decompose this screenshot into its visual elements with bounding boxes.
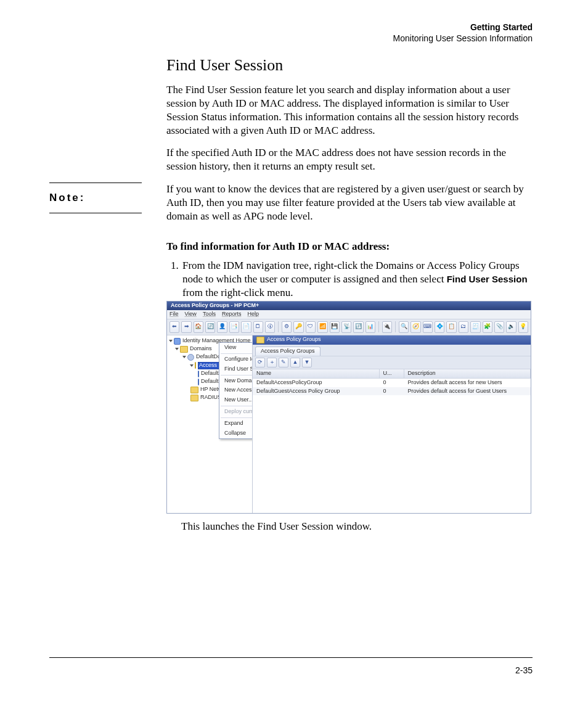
intro-paragraph-2: If the specified Auth ID or the MAC addr… bbox=[166, 146, 533, 173]
folder-icon bbox=[190, 395, 198, 401]
footer-rule bbox=[49, 657, 533, 658]
nav-tree: Identity Management Home Domains Default… bbox=[167, 335, 253, 513]
tool-clipboard-icon[interactable]: 📋 bbox=[446, 321, 456, 333]
note-block: Note: If you want to know the devices th… bbox=[49, 183, 533, 229]
tool-folder-icon[interactable]: 🗂 bbox=[459, 321, 468, 333]
grid-body: DefaultAccessPolicyGroup 0 Provides defa… bbox=[253, 379, 531, 513]
expand-icon[interactable] bbox=[190, 364, 194, 367]
ctx-sep bbox=[221, 417, 253, 418]
tool-keyboard-icon[interactable]: ⌨ bbox=[423, 321, 433, 333]
table-row[interactable]: DefaultAccessPolicyGroup 0 Provides defa… bbox=[253, 379, 531, 387]
expand-icon[interactable] bbox=[175, 348, 179, 350]
col-name[interactable]: Name bbox=[253, 369, 380, 378]
step-result: This launches the Find User Session wind… bbox=[181, 520, 533, 533]
context-menu: View Configure Identity Management... Fi… bbox=[219, 342, 253, 439]
group-icon bbox=[198, 379, 199, 385]
tool-refresh-icon[interactable]: 🔄 bbox=[205, 321, 215, 333]
col-desc[interactable]: Description bbox=[404, 369, 531, 378]
procedure-list: From the IDM navigation tree, right-clic… bbox=[166, 259, 533, 300]
menu-tools[interactable]: Tools bbox=[203, 311, 216, 318]
tool-antenna-icon[interactable]: 📡 bbox=[341, 321, 351, 333]
breadcrumb: Access Policy Groups bbox=[253, 335, 531, 345]
tool-clip-icon[interactable]: 📎 bbox=[494, 321, 504, 333]
expand-icon[interactable] bbox=[169, 340, 173, 342]
menubar: File View Tools Reports Help bbox=[167, 310, 531, 319]
window-titlebar: Access Policy Groups - HP PCM+ bbox=[167, 302, 531, 310]
folder-icon bbox=[195, 362, 196, 369]
tool-signal-icon[interactable]: 📶 bbox=[317, 321, 327, 333]
tool-diamond-icon[interactable]: 💠 bbox=[435, 321, 444, 333]
tool-plug-icon[interactable]: 🔌 bbox=[382, 321, 392, 333]
toolbar-separator bbox=[278, 321, 279, 332]
mini-down-icon[interactable]: ▼ bbox=[302, 358, 312, 367]
toolbar-separator-3 bbox=[395, 321, 396, 332]
mini-edit-icon[interactable]: ✎ bbox=[279, 358, 288, 367]
ctx-sep bbox=[221, 375, 253, 376]
grid-header: Name U... Description bbox=[253, 369, 531, 379]
tool-forward-icon[interactable]: ➡ bbox=[181, 321, 191, 333]
tool-sound-icon[interactable]: 🔈 bbox=[506, 321, 516, 333]
tab-apg[interactable]: Access Policy Groups bbox=[255, 347, 321, 356]
tool-user-icon[interactable]: 👤 bbox=[217, 321, 227, 333]
ctx-new-user[interactable]: New User... bbox=[219, 395, 253, 405]
ctx-collapse[interactable]: Collapse bbox=[219, 429, 253, 438]
tool-bulb-icon[interactable]: 💡 bbox=[518, 321, 528, 333]
ctx-view[interactable]: View bbox=[219, 343, 253, 353]
running-header: Getting Started Monitoring User Session … bbox=[49, 22, 533, 44]
header-chapter: Getting Started bbox=[49, 22, 533, 33]
tool-compass-icon[interactable]: 🧭 bbox=[410, 321, 420, 333]
tool-page-icon[interactable]: 📄 bbox=[241, 321, 251, 333]
mini-add-icon[interactable]: ＋ bbox=[267, 358, 277, 367]
tab-row: Access Policy Groups bbox=[253, 345, 531, 356]
ctx-sep bbox=[221, 406, 253, 406]
folder-icon bbox=[180, 346, 188, 353]
menu-reports[interactable]: Reports bbox=[222, 311, 242, 318]
tool-chart-icon[interactable]: 📊 bbox=[365, 321, 375, 333]
mini-up-icon[interactable]: ▲ bbox=[290, 358, 300, 367]
tool-note-icon[interactable]: 🗒 bbox=[253, 321, 263, 333]
tool-back-icon[interactable]: ⬅ bbox=[169, 321, 179, 333]
tool-home-icon[interactable]: 🏠 bbox=[194, 321, 203, 333]
tool-receipt-icon[interactable]: 🧾 bbox=[470, 321, 480, 333]
ctx-find-user-session[interactable]: Find User Session... bbox=[219, 364, 253, 374]
col-u[interactable]: U... bbox=[380, 369, 404, 378]
ctx-expand[interactable]: Expand bbox=[219, 419, 253, 429]
tool-info-icon[interactable]: 🛈 bbox=[265, 321, 275, 333]
table-row[interactable]: DefaultGuestAccess Policy Group 0 Provid… bbox=[253, 387, 531, 396]
expand-icon[interactable] bbox=[182, 356, 186, 358]
note-text: If you want to know the devices that are… bbox=[166, 183, 533, 223]
menu-help[interactable]: Help bbox=[247, 311, 259, 318]
header-section: Monitoring User Session Information bbox=[49, 33, 533, 44]
pane-toolbar: ⟳ ＋ ✎ ▲ ▼ bbox=[253, 356, 531, 369]
tool-sync-icon[interactable]: 🔃 bbox=[353, 321, 363, 333]
intro-paragraph-1: The Find User Session feature let you se… bbox=[166, 83, 533, 138]
group-icon bbox=[198, 371, 199, 377]
ctx-deploy-policy: Deploy current policy to this domain bbox=[219, 407, 253, 417]
tool-key-icon[interactable]: 🔑 bbox=[293, 321, 303, 333]
toolbar: ⬅ ➡ 🏠 🔄 👤 📑 📄 🗒 🛈 ⚙ 🔑 🛡 📶 💾 📡 🔃 📊 bbox=[167, 319, 531, 335]
tool-search-icon[interactable]: 🔍 bbox=[399, 321, 409, 333]
ctx-new-apg[interactable]: New Access Policy Group... bbox=[219, 385, 253, 395]
step-1: From the IDM navigation tree, right-clic… bbox=[181, 259, 533, 300]
tool-gear-icon[interactable]: ⚙ bbox=[282, 321, 292, 333]
ctx-new-domain[interactable]: New Domain... bbox=[219, 376, 253, 386]
note-label: Note: bbox=[49, 183, 142, 213]
ctx-sep bbox=[221, 353, 253, 354]
domain-icon bbox=[187, 354, 194, 361]
folder-icon bbox=[256, 337, 264, 343]
menu-view[interactable]: View bbox=[185, 311, 197, 318]
home-icon bbox=[174, 338, 181, 345]
folder-icon bbox=[190, 387, 198, 393]
tool-piece-icon[interactable]: 🧩 bbox=[483, 321, 492, 333]
menu-file[interactable]: File bbox=[169, 311, 179, 318]
ctx-configure-idm[interactable]: Configure Identity Management... bbox=[219, 355, 253, 364]
tool-doc-icon[interactable]: 📑 bbox=[229, 321, 239, 333]
toolbar-separator-2 bbox=[378, 321, 379, 332]
embedded-screenshot: Access Policy Groups - HP PCM+ File View… bbox=[166, 301, 531, 514]
mini-refresh-icon[interactable]: ⟳ bbox=[255, 358, 265, 367]
section-title: Find User Session bbox=[166, 56, 533, 75]
tool-disk-icon[interactable]: 💾 bbox=[330, 321, 340, 333]
content-pane: Access Policy Groups Access Policy Group… bbox=[253, 335, 531, 513]
procedure-heading: To find information for Auth ID or MAC a… bbox=[166, 240, 533, 253]
tool-shield-icon[interactable]: 🛡 bbox=[306, 321, 316, 333]
